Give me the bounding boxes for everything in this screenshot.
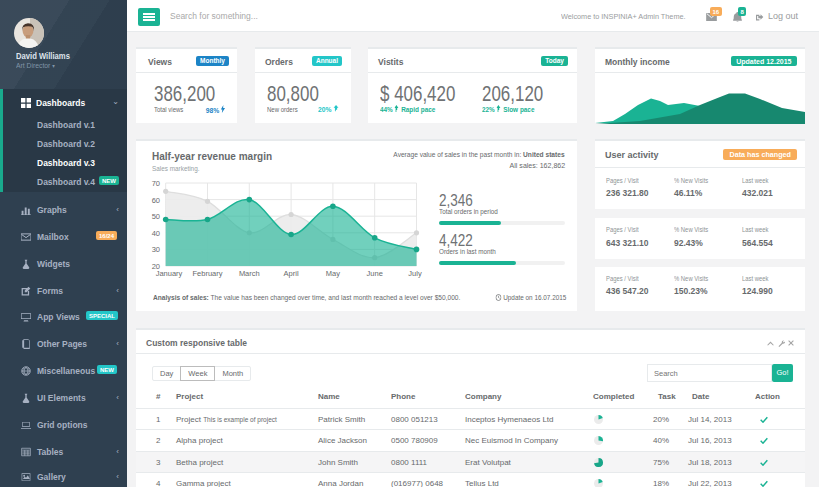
svg-text:May: May [326,269,340,278]
svg-text:60: 60 [152,196,160,205]
svg-text:March: March [239,269,260,278]
svg-text:50: 50 [152,212,160,221]
svg-text:70: 70 [152,179,160,188]
svg-text:40: 40 [152,229,160,238]
svg-text:April: April [284,269,299,278]
svg-text:January: January [156,269,183,278]
svg-text:February: February [192,269,222,278]
svg-text:June: June [367,269,383,278]
svg-text:30: 30 [152,245,160,254]
svg-text:July: July [408,269,422,278]
